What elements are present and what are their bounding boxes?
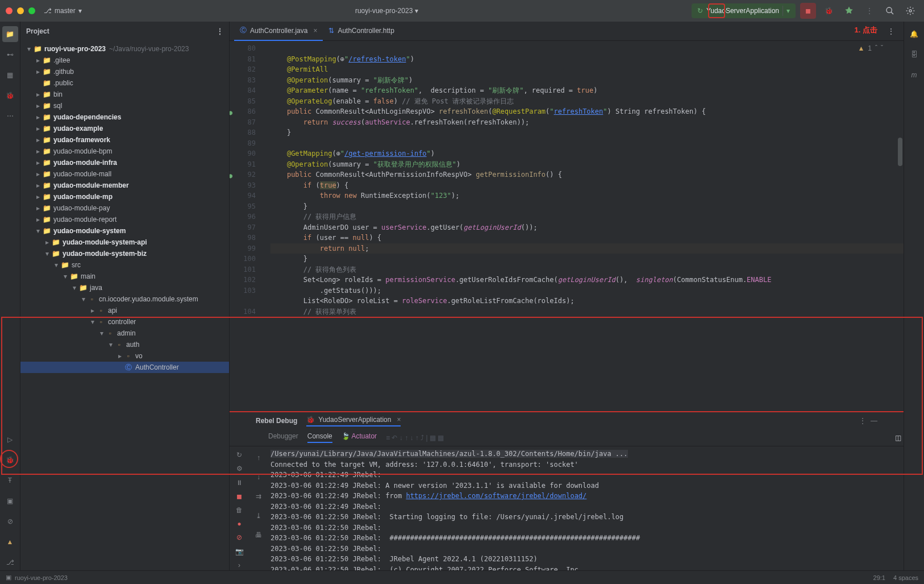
pause-icon[interactable]: ⏸ (231, 477, 247, 487)
jrebel-button[interactable] (841, 3, 857, 19)
run-configuration-selector[interactable]: ↻ YudaoServerApplication ▾ (692, 3, 796, 18)
rerun-icon[interactable]: ↻ (231, 450, 247, 460)
tree-item[interactable]: ▸▫api (20, 305, 229, 316)
settings-button[interactable] (902, 3, 918, 19)
tree-item[interactable]: ▸📁yudao-framework (20, 134, 229, 146)
project-tool-icon[interactable]: 📁 (2, 26, 18, 42)
terminal-tool-icon[interactable]: ▣ (2, 493, 18, 509)
tree-item[interactable]: ▾▫admin (20, 328, 229, 339)
tree-item[interactable]: 📁.public (20, 77, 229, 89)
chevron-down-icon: ▾ (786, 7, 790, 15)
tree-item[interactable]: ▸📁yudao-module-mp (20, 191, 229, 202)
notifications-icon[interactable]: 🔔 (906, 26, 922, 42)
close-icon[interactable]: × (397, 416, 401, 424)
structure-tool-icon[interactable]: ▦ (2, 67, 18, 83)
tree-item[interactable]: ▾▫auth (20, 339, 229, 350)
close-icon[interactable]: × (313, 27, 317, 35)
database-icon[interactable]: 🗄 (906, 47, 922, 63)
status-icon[interactable]: ▣ (6, 574, 11, 581)
reload-icon: ↻ (697, 7, 703, 15)
vcs-branch-selector[interactable]: ⎇ master ▾ (44, 7, 82, 15)
tree-item[interactable]: ▸📁yudao-module-report (20, 214, 229, 225)
editor-scrollbar[interactable] (897, 58, 902, 411)
more-tool-icon[interactable]: ⋯ (2, 108, 18, 124)
commit-tool-icon[interactable]: ⊷ (2, 47, 18, 63)
tree-root[interactable]: ▾ 📁 ruoyi-vue-pro-2023 ~/Java/ruoyi-vue-… (20, 43, 229, 55)
maven-icon[interactable]: m (906, 67, 922, 83)
stop-button[interactable]: ◼ (800, 3, 816, 19)
expand-icon[interactable]: › (231, 560, 247, 570)
tree-item[interactable]: ▾📁src (20, 259, 229, 271)
caret-position[interactable]: 29:1 (873, 574, 885, 581)
tree-item[interactable]: ▾📁main (20, 271, 229, 282)
trash-icon[interactable]: 🗑 (231, 505, 247, 515)
editor-more-icon[interactable]: ⋮ (883, 23, 899, 39)
git-tool-icon[interactable]: ⎇ (2, 554, 18, 570)
tree-item[interactable]: ▸📁.gitee (20, 55, 229, 66)
tree-item[interactable]: ▸📁yudao-example (20, 123, 229, 134)
down-icon[interactable]: ↓ (251, 469, 267, 485)
config-icon[interactable]: ⚙ (231, 463, 247, 474)
subtab-debugger[interactable]: Debugger (268, 432, 298, 443)
subtab-console[interactable]: Console (307, 432, 332, 443)
code-editor[interactable]: 808182838485●868788899091●92939495969798… (230, 41, 904, 411)
console-output[interactable]: /Users/yunai/Library/Java/JavaVirtualMac… (268, 446, 904, 570)
problems-tool-icon[interactable]: ⊘ (2, 513, 18, 529)
tree-item[interactable]: ▾📁yudao-module-system (20, 225, 229, 237)
tree-item[interactable]: ▸📁.github (20, 66, 229, 77)
indent-setting[interactable]: 4 spaces (893, 574, 918, 581)
project-name-dropdown[interactable]: ruoyi-vue-pro-2023 ▾ (82, 7, 692, 15)
stop-icon[interactable]: ◼ (231, 491, 247, 502)
warnings-tool-icon[interactable]: ▲ (2, 534, 18, 550)
editor-tab[interactable]: ⒸAuthController.java× (234, 22, 323, 41)
run-tool-icon[interactable]: ▷ (2, 432, 18, 448)
profiler-tool-icon[interactable]: Ŧ (2, 473, 18, 488)
maximize-window-button[interactable] (28, 7, 35, 14)
tree-item[interactable]: ▸📁yudao-dependencies (20, 111, 229, 123)
mute-breakpoints-icon[interactable]: ⊘ (231, 532, 247, 542)
tree-item[interactable]: ▸📁yudao-module-bpm (20, 146, 229, 157)
status-project-name: ruoyi-vue-pro-2023 (15, 574, 68, 581)
search-button[interactable] (882, 3, 898, 19)
panel-more-icon[interactable]: ⋮ (217, 27, 223, 35)
project-tree[interactable]: ▾ 📁 ruoyi-vue-pro-2023 ~/Java/ruoyi-vue-… (20, 41, 229, 570)
softwrap-icon[interactable]: ⇉ (251, 488, 267, 504)
tree-item[interactable]: ▸📁yudao-module-system-api (20, 237, 229, 248)
debug-more-icon[interactable]: ⋮ (859, 417, 866, 425)
left-tool-rail: 📁 ⊷ ▦ 🐞 ⋯ ▷ 🐞 Ŧ ▣ ⊘ ▲ ⎇ (0, 22, 20, 570)
more-actions-button[interactable]: ⋮ (861, 3, 877, 19)
layout-icon[interactable]: ◫ (895, 434, 901, 442)
tree-item[interactable]: ▾▫cn.iocoder.yudao.module.system (20, 293, 229, 305)
minimize-window-button[interactable] (17, 7, 24, 14)
tree-item[interactable]: ▸📁yudao-module-member (20, 180, 229, 191)
editor-tab[interactable]: ⇅AuthController.http (323, 22, 399, 41)
tree-item[interactable]: ▾▫controller (20, 316, 229, 328)
scroll-end-icon[interactable]: ⤓ (251, 508, 267, 524)
tree-item[interactable]: ▾📁yudao-module-system-biz (20, 248, 229, 259)
tree-item[interactable]: ▸▫vo (20, 350, 229, 362)
debug-subtabs: Debugger Console 🍃 Actuator ≡ ↶ ↓ ↑ ↓ ↑ … (230, 429, 904, 446)
debug-tool-icon[interactable]: 🐞 (2, 452, 18, 468)
hide-panel-icon[interactable]: — (871, 417, 877, 425)
inspection-indicator[interactable]: ▲1 ˆˇ (858, 44, 883, 52)
tree-item[interactable]: ▸📁yudao-module-pay (20, 202, 229, 214)
status-bar: ▣ ruoyi-vue-pro-2023 29:1 4 spaces (0, 570, 924, 584)
up-icon[interactable]: ↑ (251, 450, 267, 466)
tree-item[interactable]: ▸📁sql (20, 100, 229, 111)
subtab-actuator[interactable]: 🍃 Actuator (342, 432, 377, 443)
print-icon[interactable]: 🖶 (251, 527, 267, 543)
project-panel-header[interactable]: Project ⋮ (20, 22, 229, 41)
jrebel-tool-icon[interactable]: 🐞 (2, 88, 18, 103)
close-window-button[interactable] (6, 7, 13, 14)
tree-item[interactable]: ▸📁yudao-module-infra (20, 157, 229, 168)
branch-icon: ⎇ (44, 7, 52, 15)
breakpoint-icon[interactable]: ● (231, 519, 247, 529)
debug-run-tab[interactable]: 🐞YudaoServerApplication× (306, 416, 401, 426)
tree-item[interactable]: ▸📁yudao-module-mall (20, 168, 229, 180)
editor-tabs: ⒸAuthController.java×⇅AuthController.htt… (230, 22, 904, 41)
tree-item[interactable]: ▸📁bin (20, 89, 229, 100)
debug-rebel-button[interactable]: 🐞 (821, 3, 836, 19)
tree-item[interactable]: ⒸAuthController (20, 362, 229, 373)
tree-item[interactable]: ▾📁java (20, 282, 229, 293)
camera-icon[interactable]: 📷 (231, 546, 247, 557)
